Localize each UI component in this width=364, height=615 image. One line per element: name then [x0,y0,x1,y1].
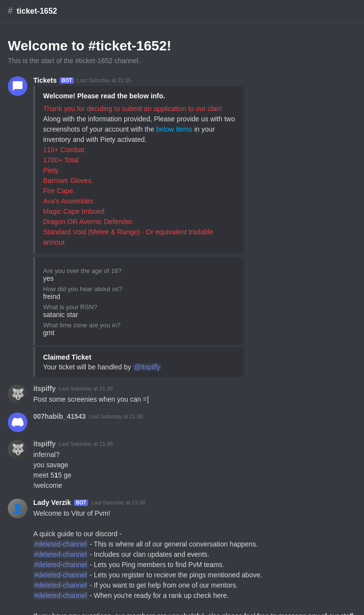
timestamp: Last Saturday at 21:36 [59,386,113,391]
timestamp: Last Saturday at 21:35 [77,77,131,83]
username: Tickets [33,76,57,84]
message-group: 👤 Lady Verzik BOT Last Saturday at 21:38… [8,495,356,615]
qa-answer: yes [43,274,236,282]
avatar [8,412,27,432]
timestamp: Last Saturday at 21:36 [89,413,143,419]
channel-name: ticket-1652 [17,7,57,16]
embed-welcome: Welcome! Please read the below info. Tha… [33,86,244,253]
message-text: Welcome to Vitur of Pvm! A quick guide t… [33,508,356,615]
channel-header: # ticket-1652 [0,0,364,23]
qa-section: Are you over the age of 16? yes How did … [43,267,236,337]
username: itspiffy [33,385,56,392]
message-content: Lady Verzik BOT Last Saturday at 21:38 W… [33,499,356,615]
claimed-embed: Claimed Ticket Your ticket will be handl… [33,347,244,377]
embed-title: Welcome! Please read the below info. [43,92,236,100]
qa-question: What is your RSN? [43,303,236,311]
message-header: itspiffy Last Saturday at 21:36 [33,385,356,392]
message-header: itspiffy Last Saturday at 21:36 [33,440,356,448]
avatar: 👤 [8,499,27,518]
claimed-title: Claimed Ticket [43,353,236,361]
bot-badge: BOT [60,77,74,84]
message-content: Tickets BOT Last Saturday at 21:35 Welco… [33,76,356,377]
welcome-subtitle: This is the start of the #ticket-1652 ch… [8,57,356,65]
message-group: 🐺 itspiffy Last Saturday at 21:36 infern… [8,436,356,495]
message-group: Tickets BOT Last Saturday at 21:35 Welco… [8,72,356,381]
welcome-title: Welcome to #ticket-1652! [8,38,356,54]
qa-answer: freind [43,293,236,300]
claimed-text: Your ticket will be handled by @itspiffy [43,363,236,371]
message-content: itspiffy Last Saturday at 21:36 infernal… [33,440,356,491]
message-text: Post some screenies when you can =] [33,394,356,405]
message-group: 🐺 itspiffy Last Saturday at 21:36 Post s… [8,381,356,409]
mention-itspiffy: @itspiffy [133,363,161,371]
welcome-section: Welcome to #ticket-1652! This is the sta… [8,23,356,72]
message-header: Lady Verzik BOT Last Saturday at 21:38 [33,499,356,506]
timestamp: Last Saturday at 21:36 [59,441,113,447]
qa-question: How did you hear about us? [43,285,236,293]
qa-answer: gmt [43,329,236,337]
qa-question: What time zone are you in? [43,321,236,329]
channel-hash-icon: # [8,6,13,16]
page-content: Welcome to #ticket-1652! This is the sta… [0,23,364,615]
embed-qa: Are you over the age of 16? yes How did … [33,257,244,345]
message-content: 007habib_41543 Last Saturday at 21:36 [33,412,356,432]
embed-body: Thank you for deciding to submit an appl… [43,104,236,248]
username: 007habib_41543 [33,412,86,420]
username: itspiffy [33,440,56,448]
qa-answer: satanic star [43,311,236,319]
message-text: infernal? you savage meet 515 ge !welcom… [33,450,356,491]
message-content: itspiffy Last Saturday at 21:36 Post som… [33,385,356,405]
message-group: 007habib_41543 Last Saturday at 21:36 [8,409,356,436]
qa-question: Are you over the age of 16? [43,267,236,274]
message-header: Tickets BOT Last Saturday at 21:35 [33,76,356,84]
avatar: 🐺 [8,385,27,404]
message-header: 007habib_41543 Last Saturday at 21:36 [33,412,356,420]
avatar: 🐺 [8,440,27,459]
timestamp: Last Saturday at 21:38 [91,500,145,505]
username: Lady Verzik [33,499,71,506]
bot-badge: BOT [74,500,88,506]
avatar [8,76,27,96]
